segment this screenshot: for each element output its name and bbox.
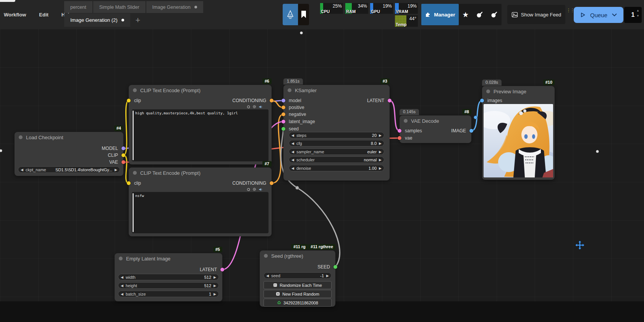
decrement-arrow-icon[interactable]: ◀	[291, 141, 294, 145]
bookmark-button[interactable]	[298, 4, 309, 25]
prompt-textarea[interactable]: nsfw	[132, 192, 269, 233]
node-title[interactable]: Load Checkpoint	[15, 132, 123, 143]
queue-button[interactable]: Queue	[574, 7, 623, 23]
tab-percent[interactable]: percent	[64, 1, 93, 13]
sampler-name-widget[interactable]: ◀ sampler_name euler ▶	[289, 148, 384, 155]
generated-image-preview[interactable]	[484, 104, 553, 177]
increment-arrow-icon[interactable]: ▶	[379, 158, 382, 162]
collapse-dot-icon[interactable]	[19, 135, 23, 139]
width-widget[interactable]: ◀ width 512 ▶	[118, 274, 219, 280]
ckpt-name-widget[interactable]: ◀ ckpt_name SD1.5\SD1.4\storeBoughtGy...…	[18, 166, 120, 173]
input-port-samples[interactable]	[398, 129, 401, 133]
input-port-negative[interactable]	[282, 112, 285, 116]
node-title[interactable]: VAE Decode	[400, 115, 471, 126]
circle-icon[interactable]	[247, 188, 250, 191]
node-clip-text-encode-negative[interactable]: #7 CLIP Text Encode (Prompt) clip CONDIT…	[129, 168, 272, 236]
star-icon[interactable]: ★	[462, 10, 469, 19]
input-port-clip[interactable]	[127, 99, 131, 102]
output-port-latent[interactable]	[388, 99, 392, 102]
batch-size-widget[interactable]: ◀ batch_size 1 ▶	[118, 291, 219, 297]
output-port-vae[interactable]	[121, 160, 125, 164]
collapse-dot-icon[interactable]	[119, 257, 123, 260]
node-title[interactable]: KSampler	[283, 85, 390, 96]
node-preview-image[interactable]: 0.028s #10 Preview Image images	[482, 86, 555, 180]
output-port-image[interactable]	[469, 129, 473, 133]
input-port-clip[interactable]	[127, 181, 131, 185]
increment-arrow-icon[interactable]: ▶	[379, 133, 382, 137]
input-port-seed[interactable]	[282, 127, 285, 131]
input-port-latent-image[interactable]	[282, 120, 285, 124]
increment-arrow-icon[interactable]: ▶	[379, 166, 382, 170]
increment-arrow-icon[interactable]: ▶	[326, 274, 329, 278]
node-vae-decode[interactable]: 0.145s #8 VAE Decode samples vae IMAGE	[400, 115, 471, 143]
collapse-dot-icon[interactable]	[264, 254, 268, 258]
new-fixed-random-button[interactable]: New Fixed Random	[264, 290, 332, 298]
output-port-conditioning[interactable]	[270, 99, 273, 102]
speaker-icon[interactable]	[259, 188, 262, 191]
denoise-widget[interactable]: ◀ denoise 1.00 ▶	[289, 165, 384, 171]
node-clip-text-encode-positive[interactable]: #6 CLIP Text Encode (Prompt) clip CONDIT…	[129, 85, 272, 164]
increment-arrow-icon[interactable]: ▶	[214, 292, 216, 296]
node-seed-rgthree[interactable]: #11 rg #11 rgthree Seed (rgthree) SEED ◀…	[260, 250, 335, 307]
seed-widget[interactable]: ◀ seed -1 ▶	[264, 272, 332, 279]
comfyui-logo-button[interactable]	[283, 4, 298, 25]
node-title[interactable]: Empty Latent Image	[115, 253, 222, 264]
decrement-arrow-icon[interactable]: ◀	[121, 275, 123, 279]
prompt-textarea[interactable]: high quality,masterpiece,4k,best quality…	[132, 109, 269, 161]
node-title[interactable]: Preview Image	[482, 86, 555, 97]
collapse-dot-icon[interactable]	[288, 88, 291, 92]
node-ksampler[interactable]: 1.851s #3 KSampler model positive negati…	[283, 85, 390, 181]
menu-workflow[interactable]: Workflow	[4, 12, 26, 18]
increment-arrow-icon[interactable]: ▶	[115, 168, 117, 172]
textarea-scrollbar[interactable]	[133, 111, 134, 160]
tab-simple-math-slider[interactable]: Simple Math Slider	[93, 1, 146, 13]
increment-arrow-icon[interactable]: ▶	[379, 141, 382, 145]
node-title[interactable]: Seed (rgthree)	[260, 250, 335, 261]
gear-icon[interactable]	[252, 187, 256, 191]
last-seed-button[interactable]: ♻ 342922811862008	[264, 299, 332, 307]
increment-arrow-icon[interactable]: ▶	[379, 150, 382, 154]
textarea-scrollbar[interactable]	[133, 193, 134, 232]
collapse-dot-icon[interactable]	[133, 88, 137, 92]
decrement-arrow-icon[interactable]: ◀	[291, 166, 294, 170]
output-port-seed[interactable]	[333, 265, 337, 269]
circle-icon[interactable]	[247, 105, 250, 109]
output-port-conditioning[interactable]	[270, 181, 273, 185]
alembic-icon-2[interactable]	[490, 11, 498, 18]
node-load-checkpoint[interactable]: #4 Load Checkpoint MODEL CLIP VAE ◀ ckpt…	[15, 132, 123, 176]
input-port-images[interactable]	[480, 99, 484, 102]
node-empty-latent-image[interactable]: #5 Empty Latent Image LATENT ◀ width 512…	[115, 253, 222, 301]
height-widget[interactable]: ◀ height 512 ▶	[118, 282, 219, 289]
batch-count-steppers[interactable]: ▲▼	[636, 9, 639, 18]
randomize-each-time-button[interactable]: Randomize Each Time	[264, 281, 332, 289]
node-title[interactable]: CLIP Text Encode (Prompt)	[129, 85, 272, 96]
output-port-latent[interactable]	[220, 268, 224, 272]
collapse-dot-icon[interactable]	[486, 89, 490, 93]
cfg-widget[interactable]: ◀ cfg 8.0 ▶	[289, 140, 384, 146]
output-port-clip[interactable]	[121, 153, 125, 157]
steps-widget[interactable]: ◀ steps 20 ▶	[289, 132, 384, 138]
alembic-icon-1[interactable]	[476, 11, 484, 18]
input-port-model[interactable]	[282, 99, 285, 102]
node-title[interactable]: CLIP Text Encode (Prompt)	[129, 168, 272, 178]
tab-image-generation[interactable]: Image Generation	[146, 1, 204, 13]
show-image-feed-button[interactable]: Show Image Feed	[507, 5, 565, 24]
tab-image-generation-2[interactable]: Image Generation (2)	[64, 13, 130, 27]
increment-arrow-icon[interactable]: ▶	[214, 284, 216, 288]
decrement-arrow-icon[interactable]: ◀	[121, 284, 123, 288]
gear-icon[interactable]	[252, 105, 256, 109]
decrement-arrow-icon[interactable]: ◀	[291, 133, 294, 137]
menu-edit[interactable]: Edit	[39, 12, 49, 18]
manager-button[interactable]: Manager	[421, 4, 459, 25]
output-port-model[interactable]	[121, 146, 125, 150]
input-port-positive[interactable]	[282, 106, 285, 109]
decrement-arrow-icon[interactable]: ◀	[291, 158, 294, 162]
speaker-icon[interactable]	[259, 105, 262, 109]
new-tab-button[interactable]: +	[130, 14, 146, 26]
scheduler-widget[interactable]: ◀ scheduler normal ▶	[289, 156, 384, 163]
collapse-dot-icon[interactable]	[404, 119, 408, 123]
decrement-arrow-icon[interactable]: ◀	[291, 150, 294, 154]
decrement-arrow-icon[interactable]: ◀	[121, 292, 123, 296]
decrement-arrow-icon[interactable]: ◀	[266, 274, 269, 278]
increment-arrow-icon[interactable]: ▶	[214, 275, 216, 279]
